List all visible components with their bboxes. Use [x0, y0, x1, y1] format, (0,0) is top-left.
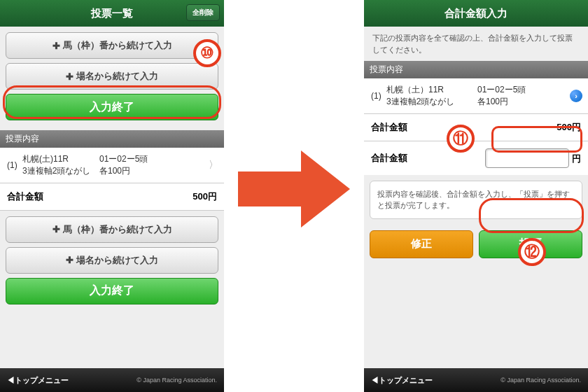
bet-type: 3連複軸2頭ながし: [386, 96, 477, 108]
bet-row[interactable]: (1) 札幌(土)11R 3連複軸2頭ながし 01ー02ー5頭 各100円 〉: [0, 148, 224, 183]
total-value: 500円: [556, 121, 581, 134]
finish-input-button-2[interactable]: 入力終了: [6, 278, 218, 304]
footer-left-label: トップメニュー: [379, 376, 433, 384]
finish-input-button[interactable]: 入力終了: [6, 94, 218, 120]
callout-number-10: ⑩: [193, 39, 221, 67]
content-area: ✚ 馬（枠）番から続けて入力 ✚ 場名から続けて入力 入力終了 投票内容 (1)…: [0, 27, 224, 368]
selection-amount: 各100円: [99, 165, 148, 177]
plus-icon: ✚: [52, 41, 60, 51]
flow-arrow-icon: [238, 147, 350, 231]
continue-from-venue-button-2[interactable]: ✚ 場名から続けて入力: [6, 247, 218, 274]
bet-row[interactable]: (1) 札幌（土）11R 3連複軸2頭ながし 01ー02ー5頭 各100円 ›: [364, 78, 588, 114]
footer-bar: ◀トップメニュー © Japan Racing Association.: [0, 368, 224, 392]
section-header: 投票内容: [0, 130, 224, 148]
total-row: 合計金額 500円: [0, 183, 224, 211]
total-row: 合計金額 500円: [364, 114, 588, 141]
top-menu-link[interactable]: ◀トップメニュー: [7, 375, 69, 386]
button-label: 場名から続けて入力: [76, 254, 158, 267]
copyright: © Japan Racing Association.: [136, 377, 217, 384]
bet-type: 3連複軸2頭ながし: [22, 165, 99, 177]
bet-race: 札幌(土)11R 3連複軸2頭ながし: [22, 153, 99, 177]
selection-horses: 01ー02ー5頭: [477, 84, 526, 96]
button-label: 馬（枠）番から続けて入力: [63, 223, 172, 236]
button-label: 場名から続けて入力: [76, 70, 158, 83]
amount-field-wrap: 円: [485, 148, 581, 168]
amount-input[interactable]: [485, 148, 569, 168]
section-header: 投票内容: [364, 61, 588, 78]
plus-icon: ✚: [66, 255, 74, 265]
top-button-group: ✚ 馬（枠）番から続けて入力 ✚ 場名から続けて入力 入力終了: [0, 27, 224, 130]
total-value: 500円: [192, 190, 217, 203]
continue-from-venue-button[interactable]: ✚ 場名から続けて入力: [6, 63, 218, 90]
header-title: 合計金額入力: [444, 7, 507, 20]
screen-vote-list: 投票一覧 全削除 ✚ 馬（枠）番から続けて入力 ✚ 場名から続けて入力 入力終了…: [0, 0, 224, 392]
continue-from-horse-button[interactable]: ✚ 馬（枠）番から続けて入力: [6, 32, 218, 59]
footer-bar: ◀トップメニュー © Japan Racing Association.: [364, 368, 588, 392]
top-menu-link[interactable]: ◀トップメニュー: [371, 375, 433, 386]
plus-icon: ✚: [52, 224, 60, 234]
footer-left-label: トップメニュー: [15, 376, 69, 384]
button-label: 馬（枠）番から続けて入力: [63, 39, 172, 52]
button-label: 修正: [411, 237, 432, 251]
bet-selection: 01ー02ー5頭 各100円: [99, 153, 148, 177]
total-label: 合計金額: [7, 190, 43, 203]
bet-index: (1): [7, 160, 22, 170]
screen-total-input: 合計金額入力 下記の投票内容を全て確認の上、合計金額を入力して投票してください。…: [364, 0, 588, 392]
race-name: 札幌（土）11R: [386, 84, 477, 96]
content-area: 下記の投票内容を全て確認の上、合計金額を入力して投票してください。 投票内容 (…: [364, 27, 588, 368]
edit-button[interactable]: 修正: [370, 230, 473, 258]
confirmation-note: 投票内容を確認後、合計金額を入力し、「投票」を押すと投票が完了します。: [370, 181, 582, 219]
amount-input-row: 合計金額 円: [364, 141, 588, 175]
callout-number-12: ⑫: [518, 238, 546, 266]
action-button-pair: 修正 投票: [364, 225, 588, 264]
header-bar: 投票一覧 全削除: [0, 0, 224, 27]
button-label: 入力終了: [90, 284, 134, 298]
button-label: 入力終了: [90, 100, 134, 115]
selection-horses: 01ー02ー5頭: [99, 153, 148, 165]
chevron-right-icon: 〉: [209, 159, 218, 172]
race-name: 札幌(土)11R: [22, 153, 99, 165]
bottom-button-group: ✚ 馬（枠）番から続けて入力 ✚ 場名から続けて入力 入力終了: [0, 211, 224, 314]
instruction-text: 下記の投票内容を全て確認の上、合計金額を入力して投票してください。: [364, 27, 588, 61]
plus-icon: ✚: [66, 71, 74, 82]
detail-arrow-icon[interactable]: ›: [570, 90, 582, 102]
header-bar: 合計金額入力: [364, 0, 588, 27]
svg-marker-0: [238, 150, 350, 227]
total-label: 合計金額: [371, 121, 407, 134]
bet-selection: 01ー02ー5頭 各100円: [477, 84, 526, 108]
selection-amount: 各100円: [477, 96, 526, 108]
callout-number-11: ⑪: [447, 125, 475, 153]
header-title: 投票一覧: [91, 7, 133, 20]
copyright: © Japan Racing Association.: [500, 377, 581, 384]
amount-label: 合計金額: [371, 152, 407, 164]
continue-from-horse-button-2[interactable]: ✚ 馬（枠）番から続けて入力: [6, 216, 218, 243]
bet-index: (1): [371, 91, 386, 101]
clear-all-button[interactable]: 全削除: [186, 4, 220, 21]
amount-unit: 円: [572, 153, 581, 163]
bet-race: 札幌（土）11R 3連複軸2頭ながし: [386, 84, 477, 108]
